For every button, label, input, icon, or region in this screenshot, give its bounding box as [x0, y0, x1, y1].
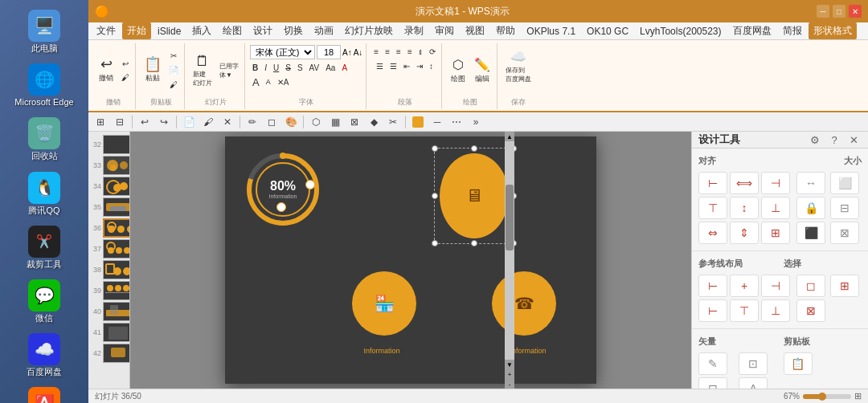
grid-center-btn[interactable]: + — [730, 275, 759, 297]
toolbar-arrange[interactable]: ⊠ — [346, 114, 363, 130]
desktop-icon-wechat[interactable]: 💬 微信 — [8, 276, 80, 327]
slide-thumbnail-42[interactable] — [103, 344, 130, 363]
middle-circle[interactable]: 🏪 — [352, 271, 416, 336]
menu-baidu[interactable]: 百度网盘 — [728, 22, 776, 39]
size-equal-btn[interactable]: ⊟ — [830, 197, 859, 219]
toolbar-line-color[interactable]: ─ — [428, 114, 446, 130]
scroll-up-button[interactable]: ▲ — [505, 132, 514, 141]
toolbar-insert-shape[interactable]: ⬡ — [307, 114, 325, 130]
uppercase-button[interactable]: Aa — [323, 61, 338, 74]
desktop-icon-edge[interactable]: 🌐 Microsoft Edge — [8, 60, 80, 111]
handle-tl[interactable] — [432, 145, 438, 152]
desktop-icon-computer[interactable]: 🖥️ 此电脑 — [8, 6, 80, 57]
size-match-btn[interactable]: ⬛ — [796, 222, 825, 244]
align-center-button[interactable]: ≡ — [383, 45, 392, 58]
align-center-v-btn[interactable]: ↕ — [730, 197, 759, 219]
align-right-btn[interactable]: ⊣ — [761, 172, 790, 194]
toolbar-table-button[interactable]: ⊟ — [111, 114, 129, 130]
text-direction-button[interactable]: ⟳ — [427, 45, 438, 58]
menu-ok10[interactable]: OK10 GC — [582, 24, 633, 39]
underline-button[interactable]: U — [271, 61, 281, 74]
bold-button[interactable]: B — [250, 61, 260, 74]
grid-tl-btn[interactable]: ⊢ — [698, 275, 727, 297]
menu-okplus[interactable]: OKPlus 7.1 — [522, 24, 580, 39]
vertical-scrollbar[interactable]: ▲ ▼ + - — [505, 132, 514, 389]
justify-button[interactable]: ≡ — [405, 45, 415, 58]
menu-shape-format[interactable]: 形状格式 — [809, 22, 857, 39]
font-name-select[interactable]: 宋体 (正文) — [250, 45, 315, 59]
copy-button[interactable]: 📄 — [166, 64, 181, 77]
distribute-v-btn[interactable]: ⇕ — [730, 222, 759, 244]
font-size-increase-button[interactable]: A↑ — [342, 48, 352, 57]
size-fit-btn[interactable]: ⊠ — [830, 222, 859, 244]
paste-button[interactable]: 📋 粘贴 — [141, 50, 165, 92]
font-color-button[interactable]: A — [339, 61, 350, 74]
toolbar-clear-format[interactable]: ✕ — [219, 114, 236, 130]
slide-thumbnail-34[interactable] — [103, 177, 130, 196]
redo-button[interactable]: ↩ — [119, 57, 132, 70]
align-top-btn[interactable]: ⊤ — [698, 197, 727, 219]
toolbar-format-painter[interactable]: 🖌 — [199, 114, 217, 130]
shapes-button[interactable]: ⬡ 绘图 — [447, 50, 469, 92]
zoom-slider[interactable] — [803, 394, 851, 399]
slide-thumbnail-37[interactable] — [103, 239, 130, 258]
menu-file[interactable]: 文件 — [92, 22, 121, 39]
italic-button[interactable]: I — [262, 61, 269, 74]
toolbar-redo-button[interactable]: ↪ — [155, 114, 173, 130]
vector-text-btn[interactable]: A — [739, 377, 768, 389]
undo-button[interactable]: ↩ 撤销 — [95, 50, 117, 92]
panel-settings-button[interactable]: ⚙ — [807, 132, 823, 148]
desktop-icon-baidu[interactable]: ☁️ 百度网盘 — [8, 330, 80, 381]
size-height-btn[interactable]: ⬜ — [830, 172, 859, 194]
columns-button[interactable]: ⫾ — [416, 45, 425, 58]
menu-design[interactable]: 设计 — [248, 22, 277, 39]
handle-bl[interactable] — [432, 240, 438, 246]
font-size-input[interactable] — [317, 45, 341, 59]
menu-review[interactable]: 审阅 — [430, 22, 459, 39]
edit-drawing-button[interactable]: ✏️ 编辑 — [471, 50, 493, 92]
menu-lvyh[interactable]: LvyhTools(200523) — [635, 24, 726, 39]
distribute-h-btn[interactable]: ⇔ — [698, 222, 727, 244]
toolbar-crop[interactable]: ✂ — [384, 114, 402, 130]
format-painter-button[interactable]: 🖌 — [119, 71, 132, 83]
cut-button[interactable]: ✂ — [166, 50, 181, 63]
grid-tr-btn[interactable]: ⊣ — [761, 275, 790, 297]
maximize-button[interactable]: □ — [833, 5, 845, 18]
slide-thumbnail-41[interactable] — [103, 323, 130, 342]
handle-bm[interactable] — [471, 240, 477, 246]
toolbar-color-picker[interactable]: 🎨 — [282, 114, 300, 130]
line-spacing-button[interactable]: ↕ — [427, 59, 436, 72]
toolbar-overflow[interactable]: » — [467, 114, 485, 130]
clipboard-paste-btn[interactable]: 📋 — [784, 352, 813, 375]
scroll-down-button[interactable]: ▼ — [505, 360, 514, 369]
font-size-decrease-button[interactable]: A↓ — [354, 48, 363, 57]
grid-br-btn[interactable]: ⊥ — [761, 299, 790, 322]
vector-node-btn[interactable]: ⊡ — [739, 352, 768, 375]
format-copy-button[interactable]: 🖌 — [166, 79, 181, 92]
menu-switch[interactable]: 切换 — [279, 22, 308, 39]
toolbar-draw-button[interactable]: ✏ — [244, 114, 261, 130]
toolbar-grid-button[interactable]: ⊞ — [92, 114, 109, 130]
slide-thumbnail-38[interactable] — [103, 260, 130, 279]
zoom-slider-thumb[interactable] — [818, 393, 826, 401]
menu-brief[interactable]: 简报 — [778, 22, 807, 39]
size-lock-btn[interactable]: 🔒 — [796, 197, 825, 219]
select-all-btn[interactable]: ◻ — [796, 275, 825, 297]
align-left-btn[interactable]: ⊢ — [698, 172, 727, 194]
menu-slideshow[interactable]: 幻灯片放映 — [340, 22, 398, 39]
toolbar-eraser-button[interactable]: ◻ — [263, 114, 280, 130]
numbered-list-button[interactable]: ☰ — [387, 59, 399, 72]
toolbar-undo-button[interactable]: ↩ — [136, 114, 154, 130]
desktop-icon-recycle[interactable]: 🗑️ 回收站 — [8, 114, 80, 165]
grid-bl-btn[interactable]: ⊢ — [698, 299, 727, 322]
bullet-list-button[interactable]: ☰ — [374, 59, 386, 72]
slide-thumbnail-36[interactable]: 80% — [103, 218, 130, 238]
desktop-icon-alibaba[interactable]: 🅰️ 阿里云盘 — [8, 384, 80, 403]
panel-help-button[interactable]: ? — [826, 132, 842, 148]
slide-thumbnail-40[interactable] — [103, 302, 130, 321]
already-used-button[interactable]: 已用字体▼ — [217, 64, 241, 77]
menu-start[interactable]: 开始 — [122, 22, 151, 39]
size-width-btn[interactable]: ↔ — [796, 172, 825, 194]
font-size-a-big[interactable]: A — [250, 75, 262, 88]
shadow-button[interactable]: S — [295, 61, 305, 74]
